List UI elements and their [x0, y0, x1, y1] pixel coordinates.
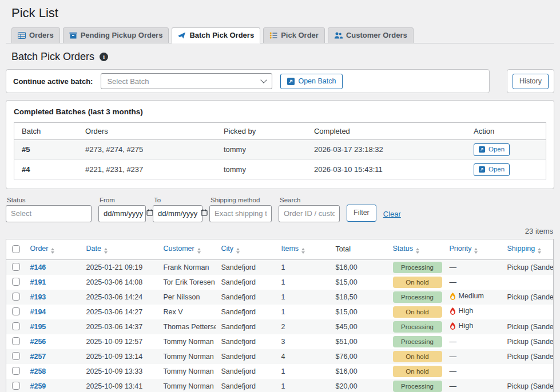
clear-filters-link[interactable]: Clear — [383, 210, 401, 218]
items-count: 23 items — [6, 227, 553, 235]
select-batch-dropdown[interactable]: Select Batch — [101, 73, 272, 89]
row-checkbox[interactable] — [12, 367, 20, 375]
priority-cell: — — [450, 382, 457, 390]
tab-pick-order[interactable]: Pick Order — [263, 27, 325, 43]
order-date: 2025-10-09 13:14 — [81, 349, 158, 364]
priority-cell: — — [450, 353, 457, 361]
continue-batch-bar: Continue active batch: Select Batch Open… — [6, 69, 490, 93]
open-batch-button[interactable]: Open Batch — [280, 74, 343, 89]
row-checkbox[interactable] — [12, 307, 20, 315]
column-header-order[interactable]: Order — [25, 239, 81, 259]
order-link[interactable]: #194 — [30, 308, 46, 316]
sort-icon — [236, 248, 240, 254]
col-header-batch: Batch — [14, 123, 78, 140]
column-header-shipping[interactable]: Shipping — [502, 239, 554, 259]
column-header-date[interactable]: Date — [81, 239, 158, 259]
column-header-total: Total — [330, 239, 387, 259]
order-city: Sandefjord — [216, 305, 276, 319]
order-link[interactable]: #257 — [30, 353, 46, 361]
tab-batch-pick-orders[interactable]: Batch Pick Orders — [172, 27, 260, 43]
status-placeholder: Select — [11, 209, 31, 218]
order-customer: Per Nilsson — [158, 290, 216, 305]
filter-button[interactable]: Filter — [347, 205, 376, 222]
sort-icon — [197, 248, 201, 254]
row-checkbox[interactable] — [12, 382, 20, 390]
open-label: Open — [488, 146, 505, 154]
open-completed-batch-button[interactable]: Open — [474, 143, 510, 156]
date-to-input[interactable]: dd/mm/yyyy — [153, 205, 202, 222]
order-link[interactable]: #259 — [30, 382, 46, 390]
order-row: #146 2025-01-21 09:19 Frank Norman Sande… — [6, 259, 554, 275]
order-date: 2025-03-06 14:27 — [81, 305, 158, 319]
col-header-picked-by: Picked by — [216, 123, 307, 140]
flame-icon — [450, 307, 456, 315]
row-checkbox[interactable] — [12, 293, 20, 301]
history-button[interactable]: History — [513, 74, 549, 89]
info-icon[interactable]: i — [100, 53, 108, 61]
order-link[interactable]: #195 — [30, 323, 46, 331]
order-items: 1 — [276, 275, 330, 290]
order-link[interactable]: #256 — [30, 338, 46, 346]
status-badge: Processing — [393, 336, 442, 347]
priority-label: High — [459, 322, 474, 330]
shipping-method-input[interactable] — [215, 209, 267, 218]
status-filter-select[interactable]: Select — [6, 205, 92, 222]
shipping-method-label: Shipping method — [211, 197, 272, 203]
order-link[interactable]: #258 — [30, 367, 46, 375]
order-link[interactable]: #193 — [30, 293, 46, 301]
row-checkbox[interactable] — [12, 337, 20, 345]
select-all-checkbox[interactable] — [12, 245, 20, 253]
tab-pending-pickup-orders[interactable]: Pending Pickup Orders — [63, 27, 169, 43]
search-input[interactable] — [284, 209, 335, 218]
priority-label: — — [450, 338, 457, 346]
row-checkbox[interactable] — [12, 322, 20, 330]
column-header-customer[interactable]: Customer — [158, 239, 216, 259]
order-city: Sandefjord — [216, 259, 276, 275]
history-card: History — [507, 69, 554, 93]
order-row: #259 2025-10-09 13:41 Tommy Norman Sande… — [6, 379, 554, 392]
col-header-orders: Orders — [78, 123, 216, 140]
order-row: #193 2025-03-06 14:24 Per Nilsson Sandef… — [6, 290, 554, 305]
sort-icon — [51, 248, 54, 254]
priority-label: High — [459, 307, 474, 315]
order-total: $51,00 — [330, 334, 387, 349]
order-shipping: Pickup (Sandefjord) — [502, 290, 554, 305]
column-header-items[interactable]: Items — [276, 239, 330, 259]
calendar-icon[interactable] — [201, 209, 208, 218]
batch-orders: #221, #231, #237 — [78, 159, 216, 179]
status-badge: On hold — [393, 366, 442, 377]
tab-orders[interactable]: Orders — [11, 27, 60, 43]
order-items: 4 — [276, 349, 330, 364]
order-link[interactable]: #146 — [30, 263, 46, 271]
status-badge: Processing — [393, 291, 442, 303]
tab-customer-orders[interactable]: Customer Orders — [328, 27, 414, 43]
column-header-priority[interactable]: Priority — [444, 239, 502, 259]
priority-label: — — [450, 263, 457, 271]
flame-icon — [450, 293, 456, 300]
open-completed-batch-button[interactable]: Open — [474, 163, 510, 176]
order-link[interactable]: #191 — [30, 278, 46, 286]
row-checkbox[interactable] — [12, 352, 20, 360]
priority-cell: — — [450, 338, 457, 346]
column-header-city[interactable]: City — [216, 239, 276, 259]
batch-picked-by: tommy — [216, 159, 307, 179]
order-date: 2025-10-09 12:57 — [81, 334, 158, 349]
orders-icon — [18, 31, 26, 39]
search-label: Search — [280, 197, 340, 203]
completed-batches-title: Completed Batches (last 3 months) — [14, 107, 546, 116]
order-items: 1 — [276, 305, 330, 319]
col-header-action: Action — [466, 123, 546, 140]
completed-batch-row: #4 #221, #231, #237 tommy 2026-03-10 15:… — [14, 159, 546, 179]
row-checkbox[interactable] — [12, 263, 20, 271]
sort-icon — [416, 248, 419, 254]
date-from-input[interactable]: dd/mm/yyyy — [98, 205, 146, 222]
continue-batch-label: Continue active batch: — [13, 77, 93, 86]
batch-id: #5 — [14, 140, 78, 160]
order-customer: Tor Erik Toresen — [158, 275, 216, 290]
batch-completed: 2026-03-10 15:43:11 — [307, 159, 466, 179]
date-to-placeholder: dd/mm/yyyy — [158, 209, 197, 218]
row-checkbox[interactable] — [12, 278, 20, 286]
tab-bar: Orders Pending Pickup Orders Batch Pick … — [6, 27, 554, 43]
column-header-status[interactable]: Status — [387, 239, 444, 259]
tab-label: Orders — [29, 31, 54, 39]
